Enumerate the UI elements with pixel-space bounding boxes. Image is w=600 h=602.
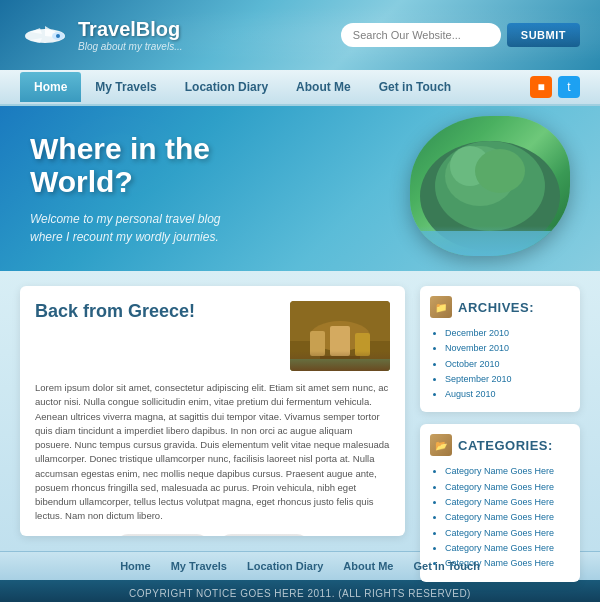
older-posts-button[interactable]: Older Posts [116,534,209,537]
categories-widget-header: 📂 CATEGORIES: [430,434,570,456]
twitter-icon[interactable]: t [558,76,580,98]
blog-post-title: Back from Greece! [35,301,278,322]
nav-social-icons: ■ t [530,76,580,98]
footer-nav-my-travels[interactable]: My Travels [171,560,227,572]
list-item[interactable]: Category Name Goes Here [445,480,570,495]
blog-post-image [290,301,390,371]
copyright-text: COPYRIGHT NOTICE GOES HERE 2011. (ALL RI… [20,588,580,599]
list-item[interactable]: Category Name Goes Here [445,526,570,541]
svg-point-5 [56,34,60,38]
archives-icon: 📁 [430,296,452,318]
nav-item-home[interactable]: Home [20,72,81,102]
svg-rect-18 [320,356,360,359]
footer-nav-get-in-touch[interactable]: Get in Touch [413,560,479,572]
blog-actions: Older Posts Read More [35,534,390,537]
nav-item-about-me[interactable]: About Me [282,72,365,102]
hero-section: Where in the World? Welcome to my person… [0,106,600,271]
list-item[interactable]: September 2010 [445,372,570,387]
categories-widget-title: CATEGORIES: [458,438,553,453]
list-item[interactable]: November 2010 [445,341,570,356]
footer-nav-home[interactable]: Home [120,560,151,572]
header-bg-decoration [0,0,600,70]
read-more-button[interactable]: Read More [219,534,309,537]
sidebar: 📁 ARCHIVES: December 2010 November 2010 … [420,286,580,536]
main-content: Back from Greece! Lorem ipsum dolor sit … [0,271,600,551]
archives-list: December 2010 November 2010 October 2010… [430,326,570,402]
plane-icon [20,18,70,53]
svg-rect-11 [410,231,570,256]
footer: COPYRIGHT NOTICE GOES HERE 2011. (ALL RI… [0,580,600,602]
nav-item-location-diary[interactable]: Location Diary [171,72,282,102]
svg-rect-16 [330,326,350,356]
nav-item-my-travels[interactable]: My Travels [81,72,170,102]
list-item[interactable]: Category Name Goes Here [445,541,570,556]
archives-widget-header: 📁 ARCHIVES: [430,296,570,318]
nav-items-group: Home My Travels Location Diary About Me … [20,72,530,102]
categories-widget: 📂 CATEGORIES: Category Name Goes Here Ca… [420,424,580,581]
rss-icon[interactable]: ■ [530,76,552,98]
footer-nav-location-diary[interactable]: Location Diary [247,560,323,572]
blog-post-body: Lorem ipsum dolor sit amet, consectetur … [35,381,390,524]
header: TravelBlog Blog about my travels... SUBM… [0,0,600,70]
svg-point-10 [475,149,525,193]
footer-nav-about-me[interactable]: About Me [343,560,393,572]
main-nav: Home My Travels Location Diary About Me … [0,70,600,106]
archives-widget: 📁 ARCHIVES: December 2010 November 2010 … [420,286,580,412]
nav-item-get-in-touch[interactable]: Get in Touch [365,72,465,102]
blog-post-header: Back from Greece! [35,301,390,371]
list-item[interactable]: Category Name Goes Here [445,464,570,479]
list-item[interactable]: October 2010 [445,357,570,372]
categories-list: Category Name Goes Here Category Name Go… [430,464,570,571]
list-item[interactable]: Category Name Goes Here [445,510,570,525]
list-item[interactable]: August 2010 [445,387,570,402]
svg-rect-19 [290,359,390,371]
svg-rect-15 [310,331,325,356]
archives-widget-title: ARCHIVES: [458,300,534,315]
categories-icon: 📂 [430,434,452,456]
list-item[interactable]: December 2010 [445,326,570,341]
hero-island-image [410,116,570,256]
list-item[interactable]: Category Name Goes Here [445,495,570,510]
svg-rect-17 [355,333,370,356]
blog-section: Back from Greece! Lorem ipsum dolor sit … [20,286,405,536]
